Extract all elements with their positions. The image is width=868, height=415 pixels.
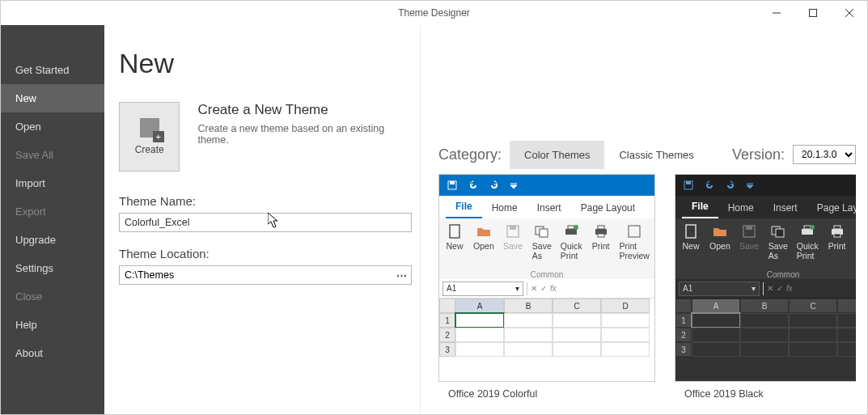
cell[interactable] (553, 342, 601, 357)
ribbon-tab-insert[interactable]: Insert (764, 197, 807, 218)
category-tab-classic-themes[interactable]: Classic Themes (604, 141, 708, 169)
undo-icon (468, 180, 478, 190)
row-header[interactable]: 1 (675, 313, 692, 328)
enter-icon: ✓ (777, 284, 783, 293)
svg-rect-1 (809, 10, 816, 17)
ribbon-btn-print[interactable]: Print (827, 223, 848, 281)
col-header[interactable]: A (455, 299, 504, 313)
row-header[interactable]: 3 (675, 342, 692, 357)
formula-bar: A1▾✕✓fx (675, 279, 856, 299)
qat-dropdown-icon (510, 182, 517, 188)
cell[interactable] (455, 328, 504, 342)
theme-name-input[interactable] (119, 213, 412, 232)
cell[interactable] (692, 328, 740, 342)
cell[interactable] (553, 328, 601, 342)
col-header[interactable]: C (553, 299, 601, 313)
sidebar-item-upgrade[interactable]: Upgrade (1, 226, 104, 254)
cell[interactable] (837, 328, 856, 342)
fx-icon: fx (550, 284, 557, 293)
ribbon-tab-insert[interactable]: Insert (527, 197, 571, 218)
svg-rect-29 (834, 226, 840, 229)
ribbon-btn-save: Save (739, 223, 760, 281)
ribbon-tab-file[interactable]: File (682, 196, 718, 218)
ribbon-btn-print[interactable]: Print (591, 223, 612, 281)
col-header[interactable]: B (504, 299, 553, 313)
ribbon-tab-page-layout[interactable]: Page Layout (571, 197, 645, 218)
cell[interactable] (837, 313, 856, 328)
sidebar-item-import[interactable]: Import (1, 169, 104, 197)
cell[interactable] (504, 313, 553, 328)
cell[interactable] (553, 313, 601, 328)
create-theme-tile[interactable]: + Create (119, 102, 180, 172)
col-header[interactable]: B (740, 299, 789, 313)
cell[interactable] (740, 342, 789, 357)
col-header[interactable]: C (789, 299, 837, 313)
cell[interactable] (504, 328, 553, 342)
cell[interactable] (789, 313, 837, 328)
svg-rect-10 (540, 229, 548, 237)
cancel-icon: ✕ (531, 284, 537, 293)
cell[interactable] (504, 342, 553, 357)
ribbon-btn-quick-print[interactable]: QuickPrint (797, 223, 819, 281)
cell[interactable] (740, 313, 789, 328)
svg-rect-5 (450, 181, 455, 184)
sidebar-item-settings[interactable]: Settings (1, 254, 104, 282)
name-box[interactable]: A1▾ (442, 282, 523, 296)
row-header[interactable]: 2 (675, 328, 692, 342)
svg-rect-15 (598, 226, 604, 229)
ribbon-btn-open[interactable]: Open (473, 223, 494, 281)
ribbon-btn-new[interactable]: New (444, 223, 465, 281)
preview-name: Office 2019 Black (675, 382, 856, 406)
theme-name-label: Theme Name: (119, 194, 405, 208)
cell[interactable] (601, 342, 650, 357)
version-select[interactable]: 20.1.3.0 (793, 145, 856, 164)
close-button[interactable] (831, 1, 867, 25)
cell[interactable] (692, 342, 740, 357)
name-box[interactable]: A1▾ (679, 282, 760, 296)
new-doc-icon: + (140, 118, 159, 138)
cell[interactable] (740, 328, 789, 342)
ribbon-tab-page-layout[interactable]: Page Layout (807, 197, 856, 218)
cell[interactable] (455, 313, 504, 328)
row-header[interactable]: 3 (439, 342, 455, 357)
svg-rect-6 (450, 225, 459, 238)
sidebar-item-open[interactable]: Open (1, 112, 104, 141)
ribbon-tabs: FileHomeInsertPage Layout (675, 196, 856, 218)
row-header[interactable]: 2 (439, 328, 455, 342)
svg-rect-22 (746, 226, 752, 230)
ribbon-tab-home[interactable]: Home (482, 197, 527, 218)
theme-preview-thumb[interactable]: FileHomeInsertPage LayoutNewOpenSaveSave… (675, 174, 856, 382)
sidebar-item-new[interactable]: New (1, 84, 104, 112)
col-header[interactable]: A (692, 299, 740, 313)
ribbon-btn-new[interactable]: New (680, 223, 701, 281)
sidebar-item-about[interactable]: About (1, 339, 104, 367)
fx-icon: fx (786, 284, 793, 293)
col-header[interactable]: D (837, 299, 856, 313)
sidebar-item-help[interactable]: Help (1, 311, 104, 339)
spreadsheet-grid: ABCD123 (675, 299, 856, 357)
qat-dropdown-icon (747, 182, 753, 188)
redo-icon (489, 180, 499, 190)
browse-location-button[interactable]: ⋯ (392, 269, 411, 282)
cell[interactable] (601, 313, 650, 328)
sidebar-item-get-started[interactable]: Get Started (1, 56, 104, 84)
row-header[interactable]: 1 (439, 313, 455, 328)
svg-rect-30 (834, 234, 840, 237)
ribbon-tab-file[interactable]: File (446, 196, 482, 218)
minimize-button[interactable] (758, 1, 794, 25)
col-header[interactable]: D (601, 299, 650, 313)
cell[interactable] (601, 328, 650, 342)
cell[interactable] (455, 342, 504, 357)
cell[interactable] (789, 328, 837, 342)
maximize-button[interactable] (794, 1, 831, 25)
cell[interactable] (837, 342, 856, 357)
ribbon-btn-print-preview[interactable]: PrintPreview (620, 223, 650, 281)
cell[interactable] (692, 313, 740, 328)
theme-location-input[interactable] (120, 268, 392, 282)
theme-preview-thumb[interactable]: FileHomeInsertPage LayoutNewOpenSaveSave… (438, 174, 655, 382)
cell[interactable] (789, 342, 837, 357)
ribbon-btn-quick-print[interactable]: QuickPrint (561, 223, 582, 281)
ribbon-btn-open[interactable]: Open (709, 223, 730, 281)
ribbon-tab-home[interactable]: Home (718, 197, 764, 218)
category-tab-color-themes[interactable]: Color Themes (510, 141, 604, 169)
